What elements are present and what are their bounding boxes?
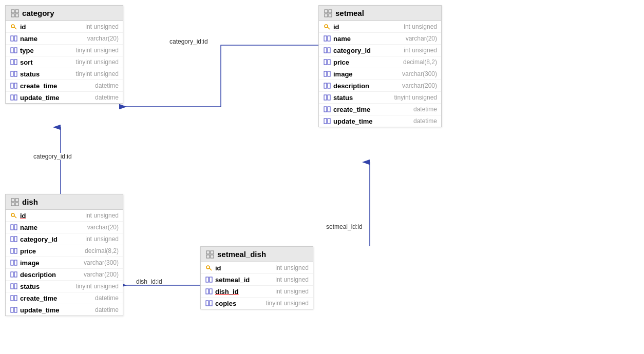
table-setmeal: setmeal id int unsigned name varchar(20)… xyxy=(318,5,442,127)
field-icon xyxy=(10,34,18,43)
svg-rect-65 xyxy=(211,251,214,254)
field-name: image xyxy=(333,70,380,78)
svg-rect-37 xyxy=(328,95,330,100)
table-setmeal-title: setmeal xyxy=(335,9,364,17)
svg-rect-10 xyxy=(11,48,13,53)
field-name: create_time xyxy=(333,106,380,113)
field-icon xyxy=(323,105,331,113)
field-type: int unsigned xyxy=(263,288,309,295)
table-category-title: category xyxy=(22,9,54,17)
field-name: status xyxy=(20,283,66,290)
field-icon xyxy=(10,82,18,90)
label-setmeal-dish-setmeal: setmeal_id:id xyxy=(326,223,363,230)
field-name: copies xyxy=(215,300,261,307)
field-name: category_id xyxy=(20,235,66,243)
field-icon xyxy=(10,247,18,255)
table-row: id int unsigned xyxy=(6,21,123,33)
field-name: update_time xyxy=(20,94,66,102)
svg-rect-3 xyxy=(15,10,18,13)
svg-rect-40 xyxy=(324,119,327,124)
svg-rect-61 xyxy=(14,296,17,301)
table-row: type tinyint unsigned xyxy=(6,45,123,56)
svg-rect-26 xyxy=(324,36,327,41)
table-row: update_time datetime xyxy=(6,92,123,103)
field-name: setmeal_id xyxy=(215,276,261,284)
svg-rect-58 xyxy=(11,284,13,289)
svg-rect-31 xyxy=(328,60,330,65)
key-icon xyxy=(10,211,18,220)
svg-rect-18 xyxy=(11,95,13,100)
table-grid-icon xyxy=(324,9,332,17)
svg-rect-67 xyxy=(211,255,214,258)
table-row: id int unsigned xyxy=(319,21,441,33)
relation-setmeal-to-category xyxy=(119,45,318,107)
svg-rect-35 xyxy=(328,83,330,88)
field-name: id xyxy=(20,23,66,31)
label-dish-category: category_id:id xyxy=(33,153,72,160)
svg-rect-14 xyxy=(11,71,13,76)
field-type: tinyint unsigned xyxy=(263,300,309,307)
key-icon xyxy=(205,264,213,272)
svg-rect-30 xyxy=(324,60,327,65)
table-row: price decimal(8,2) xyxy=(319,56,441,68)
field-icon xyxy=(10,235,18,243)
field-name: category_id xyxy=(333,47,380,54)
field-icon xyxy=(10,306,18,314)
svg-rect-43 xyxy=(15,199,18,202)
field-type: decimal(8,2) xyxy=(68,247,119,254)
table-row: description varchar(200) xyxy=(319,80,441,92)
field-name: id xyxy=(20,212,66,220)
svg-rect-20 xyxy=(325,10,328,13)
table-setmeal-dish-header: setmeal_dish xyxy=(201,247,313,262)
db-canvas: category_id:id category_id:id setmeal_id… xyxy=(0,0,644,354)
field-name: id xyxy=(333,23,380,31)
field-icon xyxy=(10,259,18,267)
table-row: image varchar(300) xyxy=(319,68,441,80)
svg-rect-19 xyxy=(14,95,17,100)
field-icon xyxy=(205,276,213,284)
field-icon xyxy=(10,223,18,231)
svg-line-25 xyxy=(328,27,330,30)
field-name: name xyxy=(333,35,380,43)
svg-rect-23 xyxy=(329,14,332,17)
svg-rect-21 xyxy=(329,10,332,13)
table-setmeal-dish: setmeal_dish id int unsigned setmeal_id … xyxy=(200,246,313,309)
table-row: create_time datetime xyxy=(6,292,123,304)
svg-rect-4 xyxy=(11,14,14,17)
field-type: varchar(200) xyxy=(382,82,437,89)
key-icon xyxy=(10,23,18,31)
svg-line-7 xyxy=(14,27,17,30)
svg-rect-60 xyxy=(11,296,13,301)
table-row: dish_id int unsigned xyxy=(201,286,313,298)
svg-rect-33 xyxy=(328,71,330,76)
field-type: datetime xyxy=(68,94,119,101)
svg-rect-72 xyxy=(206,289,209,294)
table-row: image varchar(300) xyxy=(6,257,123,269)
table-row: name varchar(20) xyxy=(319,33,441,45)
field-type: datetime xyxy=(68,294,119,302)
field-type: int unsigned xyxy=(382,23,437,30)
svg-rect-5 xyxy=(15,14,18,17)
field-type: varchar(200) xyxy=(68,271,119,278)
svg-rect-53 xyxy=(14,248,17,253)
table-row: category_id int unsigned xyxy=(319,45,441,56)
field-icon xyxy=(323,70,331,78)
field-type: int unsigned xyxy=(263,276,309,283)
table-row: setmeal_id int unsigned xyxy=(201,274,313,286)
field-type: varchar(300) xyxy=(382,70,437,77)
field-icon xyxy=(323,117,331,125)
field-icon xyxy=(323,46,331,54)
field-name: description xyxy=(20,271,66,279)
svg-rect-45 xyxy=(15,203,18,206)
svg-rect-62 xyxy=(11,307,13,312)
field-name: image xyxy=(20,259,66,267)
table-dish-header: dish xyxy=(6,194,123,210)
svg-rect-56 xyxy=(11,272,13,277)
field-icon xyxy=(323,93,331,102)
field-name: update_time xyxy=(333,117,380,125)
field-icon xyxy=(10,294,18,302)
svg-rect-27 xyxy=(328,36,330,41)
table-category: category id int unsigned name varchar(20… xyxy=(5,5,123,104)
table-grid-icon xyxy=(11,9,19,17)
svg-rect-9 xyxy=(14,36,17,41)
